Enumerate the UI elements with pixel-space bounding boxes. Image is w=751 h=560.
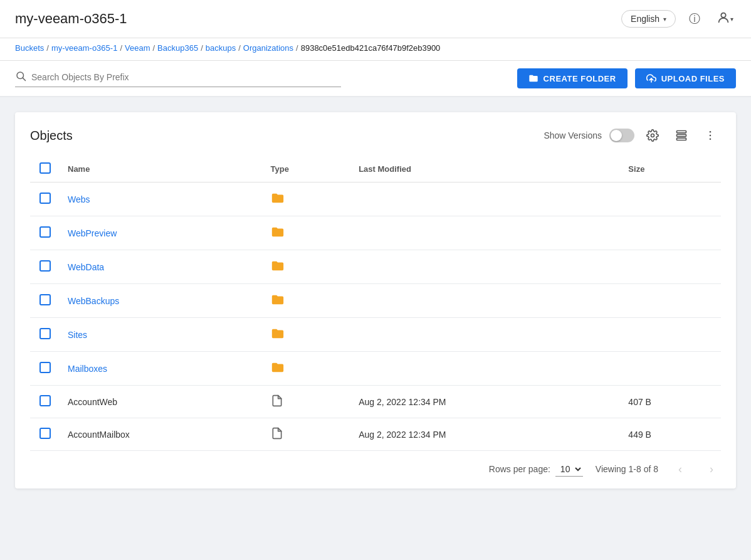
- language-selector[interactable]: English ▾: [621, 10, 676, 28]
- row-checkbox-cell: [30, 352, 60, 386]
- row-last-modified-cell: [351, 352, 621, 386]
- row-checkbox[interactable]: [39, 428, 51, 439]
- svg-rect-7: [677, 138, 686, 140]
- app-title: my-veeam-o365-1: [15, 11, 127, 27]
- row-checkbox-cell: [30, 250, 60, 284]
- row-last-modified-cell: [351, 216, 621, 250]
- svg-line-2: [23, 78, 25, 80]
- row-checkbox-cell: [30, 318, 60, 352]
- row-type-cell: [263, 318, 352, 352]
- svg-point-10: [710, 139, 712, 140]
- svg-point-9: [710, 135, 712, 137]
- row-last-modified-cell: Aug 2, 2022 12:34 PM: [351, 418, 621, 451]
- chevron-down-icon: ▾: [663, 16, 666, 23]
- folder-icon: [271, 259, 285, 273]
- breadcrumb-buckets[interactable]: Buckets: [15, 43, 44, 53]
- row-checkbox-cell: [30, 182, 60, 216]
- row-checkbox-cell: [30, 284, 60, 318]
- rows-per-page-select[interactable]: 10 25 50: [555, 462, 583, 477]
- table-header-row: Name Type Last Modified Size: [30, 156, 721, 182]
- row-size-cell: [621, 182, 721, 216]
- folder-add-icon: [528, 73, 538, 83]
- row-type-cell: [263, 182, 352, 216]
- select-all-checkbox[interactable]: [39, 162, 51, 174]
- row-checkbox-cell: [30, 216, 60, 250]
- row-last-modified-cell: Aug 2, 2022 12:34 PM: [351, 386, 621, 418]
- row-size-cell: 407 B: [621, 386, 721, 418]
- row-size-cell: [621, 216, 721, 250]
- row-size-cell: [621, 250, 721, 284]
- list-view-button[interactable]: [671, 125, 692, 146]
- row-last-modified-cell: [351, 284, 621, 318]
- folder-name-link[interactable]: WebBackups: [68, 296, 119, 306]
- prev-page-button[interactable]: ‹: [671, 460, 690, 478]
- breadcrumb-backups[interactable]: backups: [206, 43, 236, 53]
- search-icon: [15, 70, 26, 84]
- folder-name-link[interactable]: WebData: [68, 262, 104, 272]
- row-checkbox[interactable]: [39, 328, 51, 339]
- row-last-modified-cell: [351, 318, 621, 352]
- folder-name-link[interactable]: Mailboxes: [68, 364, 107, 374]
- separator: /: [46, 43, 49, 53]
- user-icon: [717, 11, 730, 28]
- table-row: AccountWeb Aug 2, 2022 12:34 PM 407 B: [30, 386, 721, 418]
- breadcrumb-organizations[interactable]: Organizations: [243, 43, 293, 53]
- objects-table: Name Type Last Modified Size Webs: [30, 156, 721, 451]
- folder-name-link[interactable]: Sites: [68, 330, 87, 340]
- row-last-modified-cell: [351, 182, 621, 216]
- folder-icon: [271, 293, 285, 307]
- objects-card: Objects Show Versions: [15, 112, 736, 489]
- row-name-cell: AccountMailbox: [60, 418, 263, 451]
- folder-name-link[interactable]: WebPreview: [68, 228, 117, 238]
- upload-files-button[interactable]: UPLOAD FILES: [635, 68, 736, 88]
- col-type: Type: [263, 156, 352, 182]
- separator: /: [238, 43, 241, 53]
- breadcrumb-backup365[interactable]: Backup365: [157, 43, 198, 53]
- col-last-modified: Last Modified: [351, 156, 621, 182]
- create-folder-button[interactable]: CREATE FOLDER: [517, 68, 628, 88]
- user-menu-button[interactable]: ▾: [713, 8, 736, 30]
- header: my-veeam-o365-1 English ▾ ⓘ ▾: [0, 0, 751, 38]
- table-row: Mailboxes: [30, 352, 721, 386]
- breadcrumb: Buckets / my-veeam-o365-1 / Veeam / Back…: [15, 43, 736, 53]
- rows-per-page-label: Rows per page:: [489, 464, 550, 474]
- file-name: AccountMailbox: [68, 430, 130, 440]
- row-checkbox[interactable]: [39, 193, 51, 204]
- folder-name-link[interactable]: Webs: [68, 194, 90, 204]
- search-input[interactable]: [31, 72, 341, 82]
- row-name-cell: WebData: [60, 250, 263, 284]
- row-checkbox-cell: [30, 418, 60, 451]
- table-footer: Rows per page: 10 25 50 Viewing 1-8 of 8…: [30, 451, 721, 489]
- row-checkbox[interactable]: [39, 226, 51, 238]
- folder-icon: [271, 327, 285, 341]
- row-type-cell: [263, 284, 352, 318]
- folder-icon: [271, 361, 285, 374]
- table-row: Sites: [30, 318, 721, 352]
- objects-title: Objects: [30, 129, 73, 143]
- row-checkbox-cell: [30, 386, 60, 418]
- row-last-modified-cell: [351, 250, 621, 284]
- next-page-button[interactable]: ›: [702, 460, 721, 478]
- row-type-cell: [263, 418, 352, 451]
- help-button[interactable]: ⓘ: [683, 8, 706, 30]
- row-checkbox[interactable]: [39, 395, 51, 406]
- row-name-cell: Sites: [60, 318, 263, 352]
- breadcrumb-veeam[interactable]: Veeam: [125, 43, 150, 53]
- show-versions-toggle[interactable]: [609, 129, 634, 142]
- rows-per-page-control: Rows per page: 10 25 50: [489, 462, 583, 477]
- row-type-cell: [263, 386, 352, 418]
- more-vert-icon: [704, 129, 717, 142]
- row-checkbox[interactable]: [39, 294, 51, 305]
- table-row: AccountMailbox Aug 2, 2022 12:34 PM 449 …: [30, 418, 721, 451]
- more-options-button[interactable]: [700, 125, 721, 146]
- col-checkbox: [30, 156, 60, 182]
- row-size-cell: [621, 284, 721, 318]
- breadcrumb-my-veeam[interactable]: my-veeam-o365-1: [51, 43, 118, 53]
- row-checkbox[interactable]: [39, 260, 51, 272]
- breadcrumb-bar: Buckets / my-veeam-o365-1 / Veeam / Back…: [0, 38, 751, 61]
- row-checkbox[interactable]: [39, 362, 51, 373]
- settings-button[interactable]: [642, 125, 663, 146]
- col-name: Name: [60, 156, 263, 182]
- svg-point-8: [710, 131, 712, 133]
- card-header: Objects Show Versions: [30, 125, 721, 146]
